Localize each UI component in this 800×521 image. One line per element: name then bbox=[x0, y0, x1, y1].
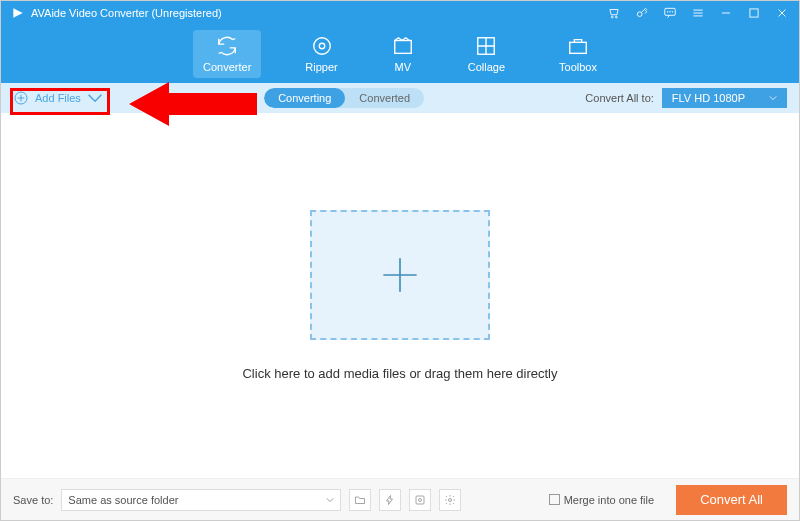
svg-point-9 bbox=[319, 43, 325, 49]
main-area: Click here to add media files or drag th… bbox=[1, 113, 799, 478]
convert-all-button[interactable]: Convert All bbox=[676, 485, 787, 515]
titlebar: AVAide Video Converter (Unregistered) bbox=[1, 1, 799, 25]
window-title: AVAide Video Converter (Unregistered) bbox=[31, 7, 222, 19]
checkbox-icon bbox=[549, 494, 560, 505]
add-files-button[interactable]: Add Files bbox=[13, 90, 103, 106]
key-icon[interactable] bbox=[635, 6, 649, 20]
svg-point-16 bbox=[449, 498, 452, 501]
tab-converting[interactable]: Converting bbox=[264, 88, 345, 108]
save-path-value: Same as source folder bbox=[68, 494, 178, 506]
svg-point-4 bbox=[667, 12, 668, 13]
svg-point-15 bbox=[419, 498, 422, 501]
dropzone[interactable] bbox=[310, 210, 490, 340]
format-select[interactable]: FLV HD 1080P bbox=[662, 88, 787, 108]
svg-point-0 bbox=[611, 16, 613, 18]
save-to-label: Save to: bbox=[13, 494, 53, 506]
convert-all-to: Convert All to: FLV HD 1080P bbox=[585, 88, 787, 108]
feedback-icon[interactable] bbox=[663, 6, 677, 20]
drop-text: Click here to add media files or drag th… bbox=[242, 366, 557, 381]
convert-all-to-label: Convert All to: bbox=[585, 92, 653, 104]
tab-converted[interactable]: Converted bbox=[345, 88, 424, 108]
svg-rect-10 bbox=[394, 41, 411, 54]
merge-label: Merge into one file bbox=[564, 494, 655, 506]
svg-point-1 bbox=[615, 16, 617, 18]
minimize-icon[interactable] bbox=[719, 6, 733, 20]
save-path-select[interactable]: Same as source folder bbox=[61, 489, 341, 511]
nav-mv[interactable]: MV bbox=[382, 30, 424, 78]
svg-rect-7 bbox=[750, 9, 758, 17]
nav-toolbox[interactable]: Toolbox bbox=[549, 30, 607, 78]
plus-icon bbox=[380, 255, 420, 295]
nav-converter[interactable]: Converter bbox=[193, 30, 261, 78]
main-nav: Converter Ripper MV Collage Toolbox bbox=[1, 25, 799, 83]
menu-icon[interactable] bbox=[691, 6, 705, 20]
toolbar: Add Files Converting Converted Convert A… bbox=[1, 83, 799, 113]
chevron-down-icon bbox=[326, 496, 334, 504]
settings-button[interactable] bbox=[439, 489, 461, 511]
chevron-down-icon bbox=[87, 90, 103, 106]
status-tabs: Converting Converted bbox=[264, 88, 424, 108]
nav-collage[interactable]: Collage bbox=[458, 30, 515, 78]
svg-point-6 bbox=[672, 12, 673, 13]
svg-point-2 bbox=[637, 12, 642, 17]
cart-icon[interactable] bbox=[607, 6, 621, 20]
format-select-value: FLV HD 1080P bbox=[672, 92, 745, 104]
footer: Save to: Same as source folder Merge int… bbox=[1, 478, 799, 520]
merge-checkbox[interactable]: Merge into one file bbox=[549, 494, 655, 506]
nav-label: Toolbox bbox=[559, 61, 597, 73]
nav-label: Collage bbox=[468, 61, 505, 73]
chevron-down-icon bbox=[769, 94, 777, 102]
hw-accel-button[interactable] bbox=[379, 489, 401, 511]
open-folder-button[interactable] bbox=[349, 489, 371, 511]
svg-rect-14 bbox=[416, 496, 424, 504]
nav-ripper[interactable]: Ripper bbox=[295, 30, 347, 78]
nav-label: Ripper bbox=[305, 61, 337, 73]
svg-point-8 bbox=[313, 38, 330, 55]
svg-rect-12 bbox=[570, 42, 587, 53]
app-logo-icon bbox=[11, 6, 25, 20]
svg-point-5 bbox=[670, 12, 671, 13]
nav-label: MV bbox=[394, 61, 411, 73]
close-icon[interactable] bbox=[775, 6, 789, 20]
maximize-icon[interactable] bbox=[747, 6, 761, 20]
task-button[interactable] bbox=[409, 489, 431, 511]
nav-label: Converter bbox=[203, 61, 251, 73]
add-files-label: Add Files bbox=[35, 92, 81, 104]
